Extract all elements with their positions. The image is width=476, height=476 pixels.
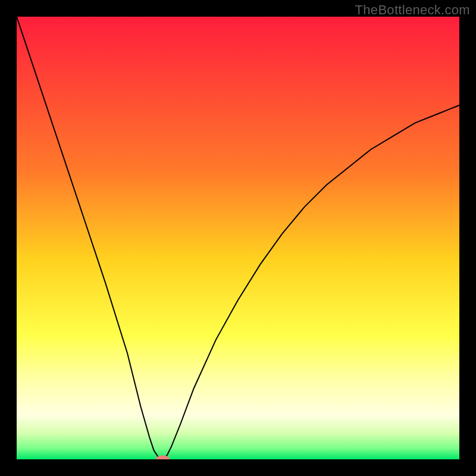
plot-area <box>17 17 459 459</box>
plot-background <box>17 17 459 459</box>
plot-svg <box>17 17 459 459</box>
watermark-text: TheBottleneck.com <box>355 2 470 18</box>
chart-frame: TheBottleneck.com <box>0 0 476 476</box>
